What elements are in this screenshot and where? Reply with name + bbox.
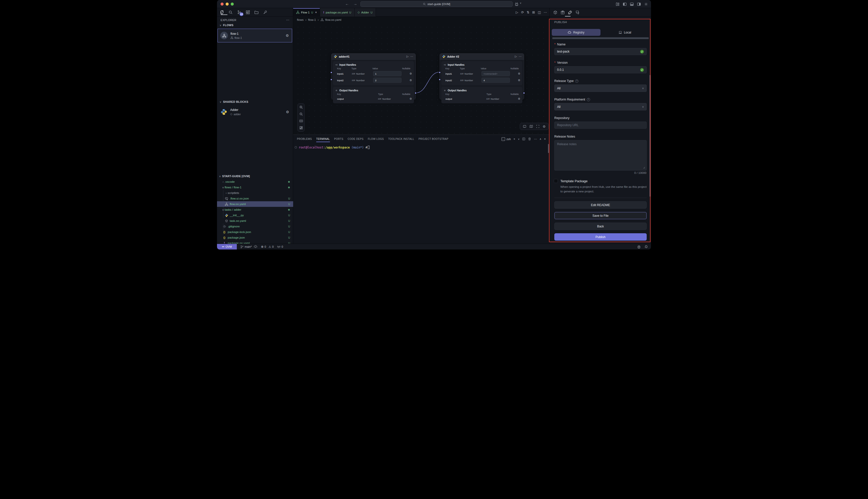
tab-code-deps[interactable]: CODE DEPS — [348, 135, 364, 143]
explorer-more-icon[interactable]: ⋯ — [286, 18, 289, 22]
back-button[interactable]: Back — [554, 222, 647, 230]
branch-indicator[interactable]: main* — [240, 245, 257, 248]
run-flow-icon[interactable]: ▷ — [516, 10, 518, 14]
tab-problems[interactable]: PROBLEMS — [297, 135, 312, 143]
toggle-secondary-sidebar-icon[interactable] — [637, 2, 641, 6]
nav-forward-button[interactable]: → — [353, 1, 357, 6]
minimize-window-button[interactable] — [225, 2, 229, 5]
value-input[interactable] — [481, 78, 510, 83]
project-root-header[interactable]: ∨ START-GUIDE [OVM] — [217, 173, 293, 179]
node-adder-2[interactable]: Adder #2 ▷ ⋯ Input Handles Key — [440, 53, 524, 99]
tab-toolpack-install[interactable]: TOOLPACK INSTALL — [388, 135, 414, 143]
ovm-logo-icon[interactable] — [514, 2, 519, 7]
value-input-connected[interactable] — [481, 71, 510, 76]
handle-gear-icon[interactable]: ⚙ — [518, 72, 520, 75]
terminal-scrollbar[interactable] — [548, 144, 549, 153]
package-cube-icon[interactable] — [553, 10, 557, 14]
name-input[interactable] — [554, 48, 647, 55]
value-input[interactable] — [373, 71, 402, 76]
edit-readme-button[interactable]: Edit README — [554, 201, 647, 209]
extensions-activity-icon[interactable] — [245, 10, 250, 15]
tab-project-bootstrap[interactable]: PROJECT BOOTSTRAP — [418, 135, 449, 143]
tab-adder[interactable]: ◇ Adder U — [355, 8, 376, 16]
search-activity-icon[interactable] — [228, 10, 233, 15]
local-toggle-button[interactable]: Local — [600, 29, 649, 36]
flow-list-item[interactable]: flow-1 flow-1 ⚙ — [218, 29, 292, 42]
terminal-dropdown-icon[interactable]: ∨ — [518, 138, 519, 141]
flow-canvas[interactable]: adder#1 ▷ ⋯ Input Handles Key T — [293, 23, 549, 135]
customize-layout-icon[interactable] — [616, 2, 620, 6]
maximize-window-button[interactable] — [231, 2, 234, 5]
close-panel-icon[interactable]: × — [544, 137, 546, 141]
tree-item-gitignore[interactable]: .gitignore U — [217, 223, 293, 229]
handle-gear-icon[interactable]: ⚙ — [518, 97, 520, 100]
tree-item-tasks-adder[interactable]: ∨ tasks / adder — [217, 207, 293, 212]
shared-settings-gear-icon[interactable]: ⚙ — [286, 110, 289, 114]
compare-changes-icon[interactable]: ⇅ — [527, 10, 529, 14]
help-icon[interactable]: ? — [587, 98, 590, 101]
close-window-button[interactable] — [221, 2, 224, 5]
input1-handle-dot[interactable] — [439, 71, 441, 74]
explorer-activity-icon[interactable] — [219, 10, 224, 15]
shared-blocks-section-header[interactable]: ∨ SHARED BLOCKS — [220, 100, 248, 103]
zoom-out-icon[interactable] — [299, 112, 303, 116]
platform-requirement-select[interactable]: All ∨ — [554, 103, 647, 110]
chevron-down-icon[interactable]: ∨ — [520, 2, 522, 4]
output-handle-dot[interactable] — [523, 92, 525, 94]
repository-url-input[interactable] — [554, 122, 647, 129]
toggle-panel-icon[interactable] — [630, 2, 634, 6]
new-terminal-icon[interactable]: + — [513, 137, 515, 141]
tree-item-package-json[interactable]: {} package.json U — [217, 235, 293, 240]
tab-flow-logs[interactable]: FLOW LOGS — [368, 135, 384, 143]
folder-activity-icon[interactable] — [254, 10, 259, 15]
tree-item-vscode[interactable]: › .vscode — [217, 179, 293, 184]
handle-gear-icon[interactable]: ⚙ — [409, 72, 412, 75]
template-package-checkbox[interactable] — [554, 179, 558, 183]
rocket-publish-icon[interactable] — [568, 10, 572, 14]
breadcrumb-flows[interactable]: flows — [297, 18, 304, 21]
breadcrumb-flow-1[interactable]: flow-1 — [308, 18, 316, 21]
remote-indicator[interactable]: >< OVM — [217, 244, 237, 250]
tree-item-scriptlets[interactable]: › scriptlets — [217, 190, 293, 196]
split-editor-icon[interactable]: ◫ — [538, 10, 541, 14]
toggle-sidebar-icon[interactable] — [623, 2, 627, 6]
publish-button[interactable]: Publish — [554, 233, 647, 241]
notifications-bell-icon[interactable] — [644, 245, 648, 248]
source-control-activity-icon[interactable]: 13 — [236, 10, 242, 15]
node-adder-1[interactable]: adder#1 ▷ ⋯ Input Handles Key T — [331, 53, 416, 99]
fullscreen-icon[interactable] — [536, 125, 540, 128]
shared-block-item[interactable]: Adder ◇ adder ⚙ — [218, 106, 292, 118]
nav-back-button[interactable]: ← — [345, 1, 349, 6]
tab-package-oo-yaml[interactable]: ! package.oo.yaml U — [320, 8, 354, 16]
tab-flow-1[interactable]: Flow 1 U × — [293, 8, 320, 16]
problems-indicator[interactable]: ⊗ 0 ⚠ 0 — [261, 245, 273, 248]
node-run-icon[interactable]: ▷ — [407, 55, 408, 58]
tree-item-flow-ui-oo-json[interactable]: .flow.ui.oo.json U — [217, 196, 293, 201]
handle-gear-icon[interactable]: ⚙ — [518, 79, 520, 82]
panel-scrollbar[interactable] — [649, 75, 651, 197]
breadcrumb-file[interactable]: flow.oo.yaml — [326, 18, 341, 21]
open-changes-icon[interactable]: ⊞ — [532, 10, 535, 14]
maximize-panel-icon[interactable]: ∧ — [540, 137, 542, 141]
tree-item-init-py[interactable]: __init__.py U — [217, 212, 293, 218]
input2-handle-dot[interactable] — [439, 78, 441, 81]
canvas-settings-gear-icon[interactable]: ⚙ — [542, 125, 546, 129]
auto-layout-icon[interactable] — [299, 126, 303, 130]
value-input[interactable] — [373, 78, 402, 83]
tree-item-flows-flow-1[interactable]: ∨ flows / flow-1 — [217, 184, 293, 190]
tab-ports[interactable]: PORTS — [334, 135, 343, 143]
tree-item-package-lock-json[interactable]: {} package-lock.json U — [217, 229, 293, 235]
flows-section-header[interactable]: ∨ FLOWS — [220, 24, 233, 27]
kill-terminal-icon[interactable] — [528, 137, 531, 141]
terminal-more-icon[interactable]: ⋯ — [534, 137, 537, 141]
more-actions-icon[interactable]: ⋯ — [543, 10, 547, 14]
breadcrumb[interactable]: flows › flow-1 › flow.oo.yaml — [293, 16, 549, 23]
node-header[interactable]: Adder #2 ▷ ⋯ — [440, 53, 524, 60]
ovm-logo-icon[interactable] — [637, 245, 641, 249]
tree-item-flow-oo-yaml[interactable]: flow.oo.yaml U — [217, 201, 293, 207]
handle-gear-icon[interactable]: ⚙ — [409, 79, 412, 82]
keys-activity-icon[interactable] — [262, 10, 268, 15]
command-center-search[interactable]: start-guide [OVM] — [360, 1, 513, 7]
shell-selector[interactable]: >_ zsh — [502, 137, 511, 141]
rerun-icon[interactable]: ⟳ — [521, 10, 524, 14]
